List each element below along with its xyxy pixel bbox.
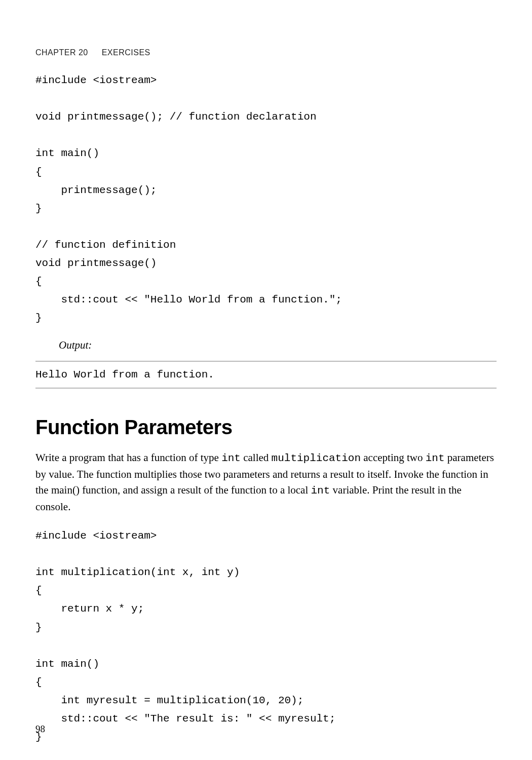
output-block: Hello World from a function. <box>35 361 497 389</box>
output-text: Hello World from a function. <box>35 367 497 383</box>
para-text: called <box>241 451 272 464</box>
inline-code-int: int <box>221 452 241 464</box>
para-text: Write a program that has a function of t… <box>35 451 221 464</box>
inline-code-int: int <box>426 452 445 464</box>
code-block-printmessage: #include <iostream> void printmessage();… <box>35 71 497 328</box>
para-text: accepting two <box>361 451 426 464</box>
section-paragraph: Write a program that has a function of t… <box>35 450 497 515</box>
page: CHAPTER 20 EXERCISES #include <iostream>… <box>0 0 532 760</box>
inline-code-int: int <box>311 485 330 497</box>
code-block-multiplication: #include <iostream> int multiplication(i… <box>35 527 497 746</box>
chapter-header: CHAPTER 20 EXERCISES <box>35 48 497 57</box>
page-number: 98 <box>35 724 45 735</box>
inline-code-multiplication: multiplication <box>272 452 361 464</box>
section-title: Function Parameters <box>35 416 497 439</box>
chapter-number: CHAPTER 20 <box>35 48 88 57</box>
chapter-title: EXERCISES <box>102 48 150 57</box>
output-label: Output: <box>59 339 497 352</box>
